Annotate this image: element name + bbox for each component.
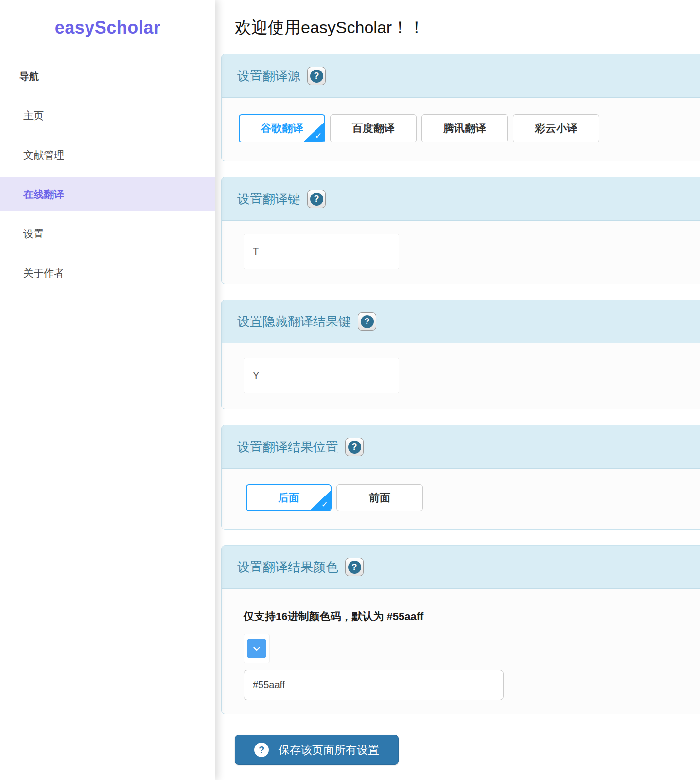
question-circle-icon: ?	[254, 743, 269, 757]
source-option-label: 谷歌翻译	[261, 122, 303, 134]
app-logo: easyScholar	[0, 18, 215, 38]
panel-body-translation-source: 谷歌翻译 ✓ 百度翻译 腾讯翻译 彩云小译	[222, 98, 700, 161]
panel-body-hide-result-key	[222, 343, 700, 409]
chevron-down-icon	[251, 643, 262, 654]
color-picker-dropdown-button[interactable]	[247, 639, 266, 658]
panel-translate-key: 设置翻译键 ?	[221, 177, 700, 284]
color-picker-card	[244, 634, 270, 663]
help-icon[interactable]: ?	[345, 558, 364, 576]
position-option-label: 后面	[278, 492, 299, 504]
question-icon: ?	[361, 315, 374, 328]
question-icon: ?	[348, 561, 361, 574]
check-corner-icon: ✓	[304, 122, 324, 142]
position-option-label: 前面	[369, 492, 390, 504]
help-icon[interactable]: ?	[345, 438, 364, 456]
panel-title: 设置隐藏翻译结果键	[237, 313, 351, 330]
sidebar-item-about-author[interactable]: 关于作者	[0, 256, 215, 290]
source-option-caiyun[interactable]: 彩云小译	[513, 114, 599, 142]
question-icon: ?	[348, 441, 361, 454]
source-option-baidu[interactable]: 百度翻译	[330, 114, 417, 142]
panel-header-result-position: 设置翻译结果位置 ?	[222, 425, 700, 469]
sidebar-item-settings[interactable]: 设置	[0, 217, 215, 250]
sidebar-item-literature[interactable]: 文献管理	[0, 138, 215, 172]
panel-hide-result-key: 设置隐藏翻译结果键 ?	[221, 300, 700, 409]
save-all-settings-button[interactable]: ? 保存该页面所有设置	[235, 735, 399, 765]
result-color-input[interactable]	[244, 670, 504, 700]
translate-key-input[interactable]	[244, 234, 399, 269]
panel-title: 设置翻译结果位置	[237, 439, 338, 456]
panel-result-color: 设置翻译结果颜色 ? 仅支持16进制颜色码，默认为 #55aaff	[221, 545, 700, 714]
source-option-label: 彩云小译	[535, 122, 578, 134]
panel-title: 设置翻译结果颜色	[237, 559, 338, 576]
panel-body-result-position: 后面 ✓ 前面	[222, 469, 700, 529]
position-option-after[interactable]: 后面 ✓	[246, 484, 332, 511]
nav-list: 主页 文献管理 在线翻译 设置 关于作者	[0, 99, 215, 290]
source-option-google[interactable]: 谷歌翻译 ✓	[239, 114, 325, 142]
position-option-before[interactable]: 前面	[336, 484, 423, 511]
panel-header-result-color: 设置翻译结果颜色 ?	[222, 546, 700, 589]
page-title: 欢迎使用easyScholar！！	[235, 17, 700, 39]
panel-result-position: 设置翻译结果位置 ? 后面 ✓ 前面	[221, 425, 700, 530]
sidebar: easyScholar 导航 主页 文献管理 在线翻译 设置 关于作者	[0, 0, 215, 780]
help-icon[interactable]: ?	[358, 312, 376, 331]
source-option-tencent[interactable]: 腾讯翻译	[421, 114, 508, 142]
color-hint-text: 仅支持16进制颜色码，默认为 #55aaff	[244, 609, 697, 624]
source-option-label: 百度翻译	[352, 122, 395, 134]
source-option-label: 腾讯翻译	[443, 122, 486, 134]
panel-title: 设置翻译键	[237, 191, 300, 208]
sidebar-item-home[interactable]: 主页	[0, 99, 215, 132]
main-content: 欢迎使用easyScholar！！ 设置翻译源 ? 谷歌翻译 ✓ 百度翻译 腾讯…	[215, 0, 700, 780]
source-options-row: 谷歌翻译 ✓ 百度翻译 腾讯翻译 彩云小译	[239, 114, 697, 142]
save-button-label: 保存该页面所有设置	[279, 743, 379, 758]
panel-body-translate-key	[222, 221, 700, 284]
question-icon: ?	[310, 193, 323, 206]
sidebar-item-online-translate[interactable]: 在线翻译	[0, 177, 215, 211]
panel-body-result-color: 仅支持16进制颜色码，默认为 #55aaff	[222, 589, 700, 714]
panel-header-translation-source: 设置翻译源 ?	[222, 54, 700, 98]
panel-header-hide-result-key: 设置隐藏翻译结果键 ?	[222, 300, 700, 343]
hide-result-key-input[interactable]	[244, 358, 399, 393]
nav-heading: 导航	[19, 70, 215, 83]
position-options-row: 后面 ✓ 前面	[246, 484, 697, 511]
panel-title: 设置翻译源	[237, 68, 300, 85]
help-icon[interactable]: ?	[307, 67, 326, 85]
help-icon[interactable]: ?	[307, 190, 326, 208]
panel-header-translate-key: 设置翻译键 ?	[222, 177, 700, 221]
check-corner-icon: ✓	[310, 491, 331, 510]
question-icon: ?	[310, 70, 323, 83]
panel-translation-source: 设置翻译源 ? 谷歌翻译 ✓ 百度翻译 腾讯翻译 彩云小译	[221, 54, 700, 161]
